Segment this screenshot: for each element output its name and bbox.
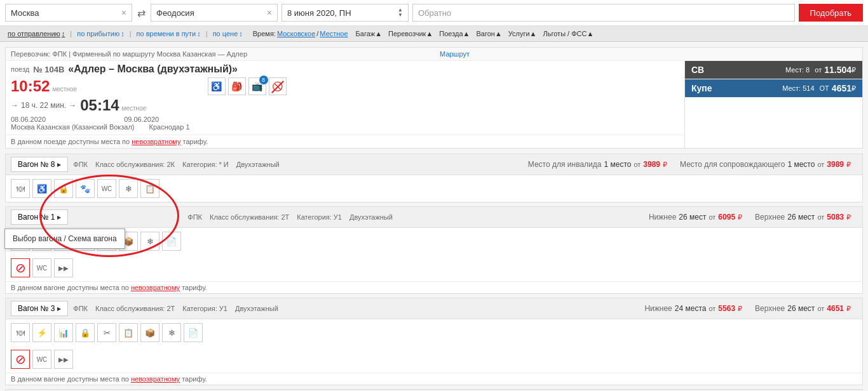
destination-clear-icon[interactable]: × <box>267 8 272 18</box>
w3-chart-icon: 📊 <box>54 323 73 342</box>
sep2: | <box>130 30 132 37</box>
wagon-1-header: Вагон № 1 ▶ Выбор вагона / Схема вагона … <box>6 207 862 228</box>
train-main-row: 10:52 местное → 18 ч. 22 мин. → <box>6 76 684 135</box>
wagon-8-section: Вагон № 8 ▶ ФПК Класс обслуживания: 2К К… <box>5 154 863 202</box>
kupe-seats: Мест: 514 <box>782 84 814 92</box>
date-arrows[interactable]: ▲ ▼ <box>398 8 403 18</box>
wagon-1-icons-row1: 🍽 ⚡ 📊 🔒 📋 📦 ❄ 📄 <box>6 228 862 255</box>
duration-text: 18 ч. 22 мин. <box>21 101 66 110</box>
wagon-3-notice: В данном вагоне доступны места по невозв… <box>6 373 862 385</box>
train-number-label: поезд <box>11 65 29 73</box>
w1-cold-icon: ❄ <box>140 232 159 251</box>
train-number: № 104В <box>33 65 64 74</box>
wagon-3-icons-row1: 🍽 ⚡ 📊 🔒 ✂ 📋 📦 ❄ 📄 <box>6 319 862 346</box>
kupe-price-row[interactable]: Купе Мест: 514 ОТ 4651 ₽ <box>685 79 862 98</box>
sort-duration-label: по времени в пути <box>137 30 196 37</box>
w3-no-icon <box>11 350 30 369</box>
arrive-time: 05:14 <box>80 96 119 114</box>
notice-link[interactable]: невозвратному <box>132 138 180 145</box>
sort-by-duration[interactable]: по времени в пути ↕ <box>134 29 203 39</box>
kupe-price: 4651 <box>832 83 851 93</box>
services-filter[interactable]: Услуги▲ <box>508 30 537 37</box>
wagon-filter[interactable]: Вагон▲ <box>476 30 501 37</box>
sort-price-icon: ↕ <box>239 30 243 37</box>
w3-scissors-icon: ✂ <box>97 323 116 342</box>
wagon-3-upper: Верхнее 26 мест от 4651 ₽ <box>755 304 851 313</box>
w3-food-icon: 🍽 <box>11 323 30 342</box>
depart-date: 08.06.2020 <box>11 116 46 123</box>
train-carrier-header: Перевозчик: ФПК | Фирменный по маршруту … <box>6 48 862 61</box>
w1-audio-icon: ▶▶ <box>54 258 73 277</box>
dates-row: 08.06.2020 09.06.2020 <box>11 116 190 123</box>
wagon-1-section: Вагон № 1 ▶ Выбор вагона / Схема вагона … <box>5 206 863 294</box>
w3-lock-icon: 🔒 <box>76 323 95 342</box>
wagon-1-triangle: ▶ <box>57 215 61 220</box>
train-times: 10:52 местное → 18 ч. 22 мин. → <box>11 77 190 131</box>
wagon-3-button[interactable]: Вагон № 3 ▶ <box>11 301 68 316</box>
date-input[interactable]: 8 июня 2020, ПН ▲ ▼ <box>281 4 409 22</box>
train-content-row: поезд № 104В «Адлер – Москва (двухэтажны… <box>6 61 862 148</box>
sv-price-row[interactable]: СВ Мест: 8 от 11.504 ₽ <box>685 61 862 79</box>
date-down-arrow[interactable]: ▼ <box>398 13 403 18</box>
amenity-screen-icon: 📺 8 <box>248 77 266 95</box>
station-row: Москва Казанская (Казанский Вокзал) Крас… <box>11 123 190 131</box>
origin-clear-icon[interactable]: × <box>121 8 126 18</box>
sort-by-departure[interactable]: по отправлению ↕ <box>5 29 67 39</box>
carrier-filter[interactable]: Перевозчик▲ <box>388 30 433 37</box>
train-notice: В данном поезде доступны места по невозв… <box>6 135 684 148</box>
sort-departure-icon: ↕ <box>62 30 65 37</box>
train-card: Перевозчик: ФПК | Фирменный по маршруту … <box>5 47 863 149</box>
w3-notice-link[interactable]: невозвратному <box>131 375 180 383</box>
train-name: «Адлер – Москва (двухэтажный)» <box>68 63 238 75</box>
return-input[interactable]: Обратно <box>412 4 795 22</box>
main-content: Перевозчик: ФПК | Фирменный по маршруту … <box>0 42 868 391</box>
depart-time: 10:52 <box>11 77 50 95</box>
sort-by-arrival[interactable]: по прибытию ↕ <box>74 29 127 39</box>
w3-cold-icon: ❄ <box>162 323 181 342</box>
amenity-disability-icon: ♿ <box>208 77 226 95</box>
origin-value: Москва <box>11 8 39 18</box>
time-local[interactable]: Местное <box>320 30 348 37</box>
sort-arrival-icon: ↕ <box>121 30 125 37</box>
time-label: Время: <box>253 30 276 37</box>
wagon-1-icons-row2: WC ▶▶ <box>6 255 862 281</box>
wagon-8-button[interactable]: Вагон № 8 ▶ <box>11 157 68 172</box>
w3-doc1-icon: 📋 <box>119 323 138 342</box>
route-link[interactable]: Маршрут <box>440 50 470 58</box>
sort-price-label: по цене <box>213 30 238 37</box>
wagon-1-upper: Верхнее 26 мест от 5083 ₽ <box>755 213 851 222</box>
wagon-1-button[interactable]: Вагон № 1 ▶ <box>11 209 68 225</box>
wagon-8-info: ФПК Класс обслуживания: 2К Категория: * … <box>73 161 523 168</box>
sort-by-price[interactable]: по цене ↕ <box>210 29 245 39</box>
depart-local: местное <box>52 86 77 93</box>
kupe-from: ОТ <box>820 84 829 92</box>
time-moscow[interactable]: Московское <box>277 30 315 37</box>
w3-box-icon: 📦 <box>140 323 159 342</box>
w8-lock-icon: 🔒 <box>54 179 73 198</box>
sep3: | <box>206 30 208 37</box>
swap-button[interactable]: ⇄ <box>136 7 147 19</box>
w3-wc-icon: WC <box>32 350 51 369</box>
wagon-1-prices: Нижнее 26 мест от 6095 ₽ Верхнее 26 мест… <box>649 213 857 222</box>
wagon-1-notice: В данном вагоне доступны места по невозв… <box>6 281 862 293</box>
train-left: поезд № 104В «Адлер – Москва (двухэтажны… <box>6 61 684 148</box>
wagon-3-icons-row2: WC ▶▶ <box>6 346 862 373</box>
sv-from: от <box>815 66 822 74</box>
w8-doc-icon: 📋 <box>140 179 159 198</box>
w3-doc2-icon: 📄 <box>184 323 203 342</box>
destination-value: Феодосия <box>156 8 194 18</box>
wagon-schema-popup[interactable]: Выбор вагона / Схема вагона <box>4 229 125 249</box>
trains-filter[interactable]: Поезда▲ <box>439 30 470 37</box>
benefits-filter[interactable]: Льготы / ФСС▲ <box>543 30 594 37</box>
w1-notice-link[interactable]: невозвратному <box>131 284 180 291</box>
search-button[interactable]: Подобрать <box>799 4 863 22</box>
wagon-8-seat-1: Место для инвалида 1 место от 3989 ₽ <box>528 160 667 169</box>
destination-input[interactable]: Феодосия × <box>151 4 278 22</box>
w8-pet-icon: 🐾 <box>76 179 95 198</box>
wagon-8-icons: 🍽 ♿ 🔒 🐾 WC ❄ 📋 <box>6 175 862 202</box>
origin-input[interactable]: Москва × <box>5 4 132 22</box>
arrow-right2-icon: → <box>69 101 76 110</box>
sort-departure-label: по отправлению <box>8 30 60 37</box>
arrow-right-icon: → <box>11 101 18 110</box>
baggage-filter[interactable]: Багаж▲ <box>356 30 382 37</box>
